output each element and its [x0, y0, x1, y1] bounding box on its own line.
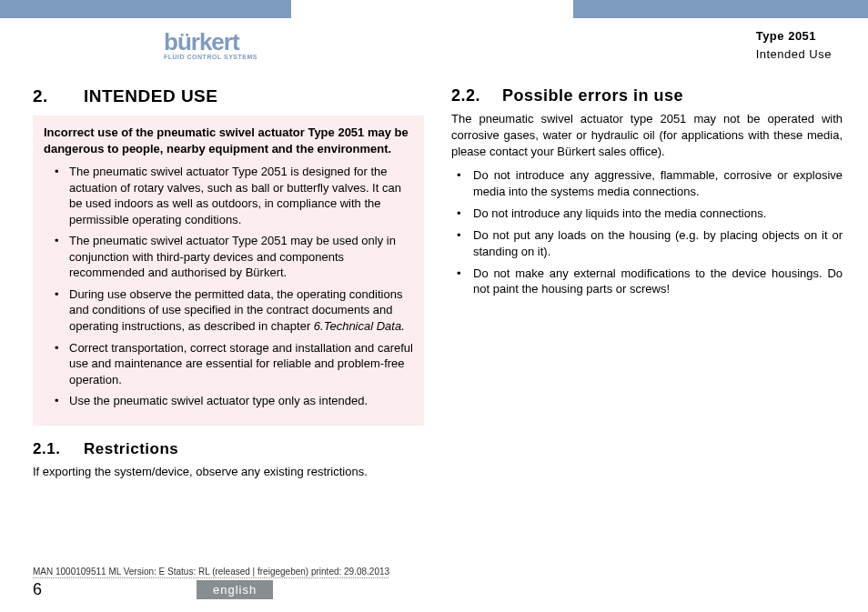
- section-heading-text: INTENDED USE: [84, 86, 217, 105]
- brand-logo: bürkert FLUID CONTROL SYSTEMS: [164, 30, 257, 60]
- list-item: Correct transportation, correct storage …: [58, 340, 413, 388]
- list-item: Do not put any loads on the housing (e.g…: [460, 227, 843, 260]
- list-item: Do not introduce any liquids into the me…: [460, 206, 843, 222]
- bar-segment: [291, 0, 573, 18]
- list-item: Use the pneumatic swivel actuator type o…: [58, 393, 413, 409]
- footer-meta: MAN 1000109511 ML Version: E Status: RL …: [33, 567, 389, 577]
- body-paragraph: The pneumatic swivel actuator type 2051 …: [451, 111, 843, 160]
- section-heading: 2.INTENDED USE: [33, 86, 424, 106]
- bar-segment: [573, 0, 868, 18]
- content-columns: 2.INTENDED USE Incorrect use of the pneu…: [0, 72, 868, 487]
- section-name: Intended Use: [756, 45, 832, 64]
- list-item: Do not introduce any aggressive, flammab…: [460, 167, 843, 200]
- warning-box: Incorrect use of the pneumatic swivel ac…: [33, 115, 424, 426]
- subsection-heading: 2.2.Possible errors in use: [451, 86, 843, 105]
- page-footer: MAN 1000109511 ML Version: E Status: RL …: [33, 562, 835, 599]
- warning-list: The pneumatic swivel actuator Type 2051 …: [44, 164, 413, 409]
- section-number: 2.: [33, 86, 84, 106]
- left-column: 2.INTENDED USE Incorrect use of the pneu…: [33, 81, 424, 487]
- page-number: 6: [33, 580, 197, 599]
- body-paragraph: If exporting the system/device, observe …: [33, 464, 424, 480]
- language-badge: english: [197, 580, 273, 599]
- bar-segment: [0, 0, 291, 18]
- product-type: Type 2051: [756, 27, 832, 45]
- footer-row: 6 english: [33, 580, 835, 599]
- list-item: During use observe the permitted data, t…: [58, 286, 413, 335]
- list-item: The pneumatic swivel actuator Type 2051 …: [58, 233, 413, 281]
- logo-text: bürkert: [164, 30, 257, 54]
- error-list: Do not introduce any aggressive, flammab…: [451, 167, 843, 298]
- list-item: The pneumatic swivel actuator Type 2051 …: [58, 164, 413, 227]
- header-meta: Type 2051 Intended Use: [601, 27, 832, 63]
- subsection-heading: 2.1.Restrictions: [33, 440, 424, 458]
- document-page: bürkert FLUID CONTROL SYSTEMS Type 2051 …: [0, 0, 868, 612]
- warning-lead: Incorrect use of the pneumatic swivel ac…: [44, 125, 413, 156]
- right-column: 2.2.Possible errors in use The pneumatic…: [451, 81, 843, 487]
- subsection-heading-text: Possible errors in use: [502, 86, 683, 105]
- subsection-heading-text: Restrictions: [84, 440, 178, 457]
- subsection-number: 2.2.: [451, 86, 502, 105]
- list-item: Do not make any external modifications t…: [460, 266, 843, 298]
- subsection-number: 2.1.: [33, 440, 84, 458]
- page-header: bürkert FLUID CONTROL SYSTEMS Type 2051 …: [0, 18, 868, 72]
- top-color-bar: [0, 0, 868, 18]
